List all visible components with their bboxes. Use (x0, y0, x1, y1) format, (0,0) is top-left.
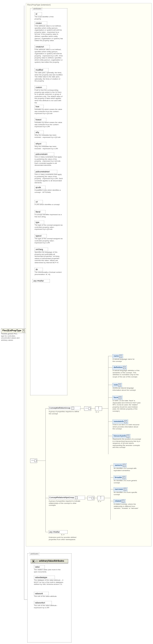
attr-creatoruri[interactable]: creatoruri (35, 45, 50, 48)
expand-icon[interactable]: + (123, 476, 125, 479)
attr-desc: The local identifier of the property. (35, 16, 59, 20)
attr-type[interactable]: type (35, 220, 44, 224)
el-desc: A natural language definition of the sem… (113, 370, 141, 378)
attr-modified[interactable]: modified (35, 68, 49, 72)
group-desc: A group of properties required to define… (49, 410, 79, 415)
expand-icon[interactable]: − (71, 407, 74, 410)
el-desc: A related concept, where the relationshi… (114, 503, 142, 510)
attr-id[interactable]: id (35, 12, 42, 16)
element-broader[interactable]: broader+ (114, 476, 126, 480)
connector (108, 385, 113, 385)
expand-icon[interactable]: + (124, 420, 127, 423)
connector (94, 498, 97, 498)
ext-desc: Extension point for provider-defined pro… (49, 536, 77, 540)
connector (108, 436, 113, 436)
attr-how[interactable]: how (35, 105, 44, 108)
connector (46, 532, 49, 532)
any-other-attrs[interactable]: any ##other (32, 279, 50, 282)
concept-relationships-group[interactable]: ConceptRelationshipsGroup − (49, 496, 85, 500)
ava-desc: The related value (see more in the spec … (34, 569, 64, 573)
el-desc: An identifier of a more specific concept… (114, 491, 138, 496)
ava-group[interactable]: ▣ grp arbitraryValueAttributes (31, 559, 68, 564)
cardinality: 0..∞ (96, 411, 99, 413)
attr-xmllang[interactable]: xml:lang (35, 248, 48, 251)
ava-attrs-label: attributes (30, 552, 39, 555)
attr-desc: If set to true the corresponding propert… (35, 89, 63, 104)
connector (110, 465, 111, 520)
attr-uri[interactable]: uri (35, 200, 43, 204)
connector (110, 465, 114, 466)
element-definition[interactable]: definition+ (113, 366, 127, 370)
expand-icon[interactable]: + (118, 384, 121, 386)
connector (104, 498, 110, 498)
element-sameas[interactable]: sameAs+ (114, 464, 126, 467)
connector (80, 408, 84, 409)
expand-icon[interactable]: + (124, 488, 126, 491)
attr-desc: Indicates by which means the value was e… (35, 122, 63, 128)
attr-desc: A qualified code which identifies a conc… (35, 189, 63, 193)
attr-why[interactable]: why (35, 130, 44, 134)
attr-dir[interactable]: dir (35, 268, 43, 271)
element-name[interactable]: name+ (113, 354, 123, 358)
attr-literal[interactable]: literal (35, 210, 46, 214)
element-related[interactable]: related+ (114, 499, 125, 503)
attr-typeuri[interactable]: typeuri (35, 234, 47, 238)
connector (110, 489, 114, 490)
connector (46, 408, 46, 532)
expand-icon[interactable]: + (119, 396, 121, 399)
choice (97, 496, 104, 500)
connector (108, 422, 113, 422)
attr-desc: Why the metadata has been included - exp… (35, 146, 63, 150)
connector (22, 330, 24, 330)
attr-howuri[interactable]: howuri (35, 118, 46, 122)
ava-valuedatatype[interactable]: valuedatatype (34, 576, 55, 579)
attr-pubconstraint[interactable]: pubconstraint (35, 152, 54, 156)
attr-creator[interactable]: creator (35, 22, 47, 25)
attr-desc: The directionality of textual content (e… (35, 271, 63, 276)
expand-icon[interactable]: + (123, 464, 125, 467)
element-note[interactable]: note+ (113, 383, 122, 387)
el-desc: In NAR 1.8 and later 'facet' is deprecat… (113, 400, 141, 412)
element-narrower[interactable]: narrower+ (114, 488, 127, 491)
el-desc: Represents the position of a concept in … (113, 438, 141, 448)
el-desc: An identifier of a concept with equivale… (114, 467, 138, 472)
attr-desc: If the attribute value is not defined, s… (35, 48, 63, 63)
element-facet[interactable]: facet+ (113, 396, 122, 400)
ava-title: arbitraryValueAttributes (39, 560, 64, 562)
connector (110, 501, 114, 502)
attr-desc: Specifies the language of this property … (35, 251, 63, 264)
sequence (84, 406, 91, 411)
attr-desc: The type of the concept assigned as cont… (35, 238, 63, 244)
expand-icon[interactable]: + (123, 366, 126, 369)
concept-definition-group[interactable]: ConceptDefinitionGroup − (49, 406, 81, 410)
ava-header: ▣ grp arbitraryValueAttributes (31, 559, 68, 563)
ava-valueunit[interactable]: valueunit (34, 592, 49, 595)
expand-icon[interactable]: + (119, 355, 122, 358)
any-other-extension[interactable]: any ##other (49, 530, 68, 534)
element-remoteinfo[interactable]: remoteInfo+ (113, 420, 128, 424)
ava-value[interactable]: value (34, 565, 45, 569)
el-desc: A natural language name for the concept. (113, 358, 137, 362)
root-type[interactable]: Flex1ExtPropType + (1, 328, 26, 333)
connector (37, 460, 46, 461)
expand-icon[interactable]: + (122, 500, 124, 502)
connector (108, 356, 109, 454)
expand-icon[interactable]: + (126, 435, 129, 438)
sequence (87, 496, 94, 500)
attr-whyuri[interactable]: whyuri (35, 142, 46, 146)
element-hierarchyinfo[interactable]: hierarchyInfo+ (113, 434, 130, 438)
ava-valueunituri[interactable]: valueunituri (34, 601, 52, 604)
connector (24, 600, 27, 600)
attr-desc: The date (and, optionally, the time) whe… (35, 72, 63, 82)
attr-desc: The type of the concept assigned as cont… (35, 224, 63, 230)
cardinality: 0..∞ (98, 500, 101, 502)
attr-desc: A URI which identifies a concept. (35, 204, 63, 206)
grp-label: grp (35, 560, 39, 562)
connector (108, 367, 113, 368)
expand-icon[interactable]: − (75, 496, 78, 499)
sequence (30, 458, 37, 463)
attr-qcode[interactable]: qcode (35, 186, 46, 189)
attr-pubconstrainturi[interactable]: pubconstrainturi (35, 170, 57, 174)
connector (46, 498, 49, 498)
attr-custom[interactable]: custom (35, 86, 47, 89)
